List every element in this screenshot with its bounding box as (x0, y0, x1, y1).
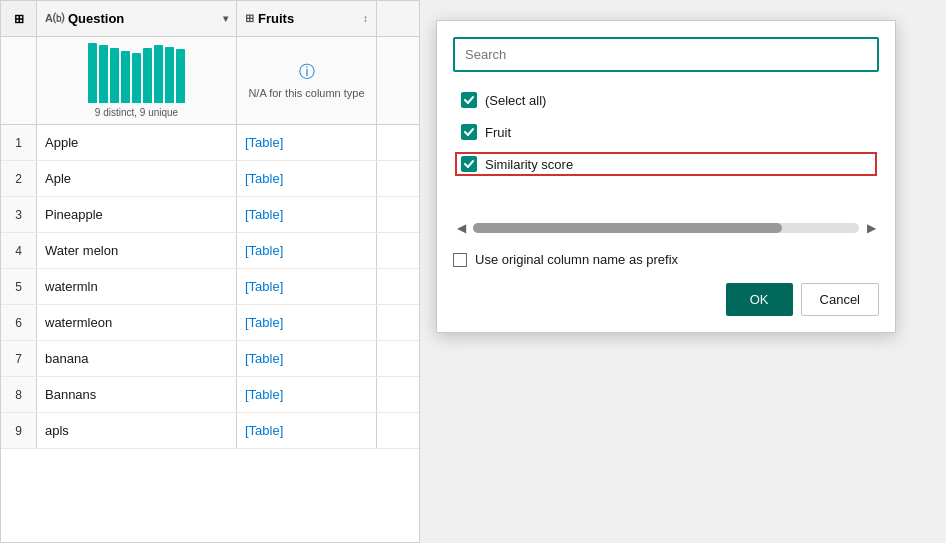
fruits-cell[interactable]: [Table] (237, 341, 377, 376)
table-row: 1 Apple [Table] (1, 125, 419, 161)
question-cell: watermleon (37, 305, 237, 340)
fruits-cell[interactable]: [Table] (237, 161, 377, 196)
checkbox-select-all[interactable]: (Select all) (455, 88, 877, 112)
dialog-buttons: OK Cancel (453, 279, 879, 316)
check-fruit[interactable] (461, 124, 477, 140)
table-link[interactable]: [Table] (245, 387, 283, 402)
bar-6 (143, 48, 152, 103)
bar-5 (132, 53, 141, 103)
bar-9 (176, 49, 185, 103)
table-row: 9 apls [Table] (1, 413, 419, 449)
fruits-cell[interactable]: [Table] (237, 269, 377, 304)
checkbox-list: (Select all) Fruit (453, 84, 879, 204)
fruits-sort-icon[interactable]: ↕ (363, 13, 368, 24)
filter-dialog: (Select all) Fruit (436, 20, 896, 333)
table-link[interactable]: [Table] (245, 207, 283, 222)
question-cell: banana (37, 341, 237, 376)
ok-button[interactable]: OK (726, 283, 793, 316)
scroll-track[interactable] (473, 223, 859, 233)
table-link[interactable]: [Table] (245, 423, 283, 438)
row-num-cell: 5 (1, 269, 37, 304)
table-link[interactable]: [Table] (245, 171, 283, 186)
question-col-name: Question (68, 11, 219, 26)
search-input[interactable] (453, 37, 879, 72)
table-row: 6 watermleon [Table] (1, 305, 419, 341)
question-col-header[interactable]: A⒝ Question ▾ (37, 1, 237, 36)
question-cell: Apple (37, 125, 237, 160)
fruits-col-header[interactable]: ⊞ Fruits ↕ (237, 1, 377, 36)
hist-num-cell (1, 37, 37, 124)
na-text: N/A for this column type (248, 87, 364, 99)
question-dropdown-icon[interactable]: ▾ (223, 13, 228, 24)
fruits-col-name: Fruits (258, 11, 359, 26)
row-num-cell: 7 (1, 341, 37, 376)
table-header: ⊞ A⒝ Question ▾ ⊞ Fruits ↕ (1, 1, 419, 37)
checkbox-similarity[interactable]: Similarity score (455, 152, 877, 176)
hist-q-cell: 9 distinct, 9 unique (37, 37, 237, 124)
question-cell: apls (37, 413, 237, 448)
row-num-cell: 3 (1, 197, 37, 232)
grid-icon: ⊞ (14, 12, 24, 26)
table-row: 7 banana [Table] (1, 341, 419, 377)
check-similarity[interactable] (461, 156, 477, 172)
fruits-cell[interactable]: [Table] (237, 305, 377, 340)
table-area: ⊞ A⒝ Question ▾ ⊞ Fruits ↕ (0, 0, 420, 543)
check-select-all[interactable] (461, 92, 477, 108)
fruits-cell[interactable]: [Table] (237, 197, 377, 232)
bar-2 (99, 45, 108, 103)
table-row: 8 Bannans [Table] (1, 377, 419, 413)
table-row: 2 Aple [Table] (1, 161, 419, 197)
hist-fruits-cell: ⓘ N/A for this column type (237, 37, 377, 124)
bar-1 (88, 43, 97, 103)
label-similarity: Similarity score (485, 157, 573, 172)
row-num-cell: 2 (1, 161, 37, 196)
row-num-header: ⊞ (1, 1, 37, 36)
question-cell: Aple (37, 161, 237, 196)
right-panel: (Select all) Fruit (420, 0, 946, 543)
use-original-row[interactable]: Use original column name as prefix (453, 252, 879, 267)
cancel-button[interactable]: Cancel (801, 283, 879, 316)
histogram-row: 9 distinct, 9 unique ⓘ N/A for this colu… (1, 37, 419, 125)
data-rows: 1 Apple [Table] 2 Aple [Table] 3 Pineapp… (1, 125, 419, 449)
main-container: ⊞ A⒝ Question ▾ ⊞ Fruits ↕ (0, 0, 946, 543)
table-row: 3 Pineapple [Table] (1, 197, 419, 233)
scroll-right-arrow[interactable]: ▶ (863, 220, 879, 236)
table-link[interactable]: [Table] (245, 351, 283, 366)
fruits-cell[interactable]: [Table] (237, 233, 377, 268)
question-cell: watermln (37, 269, 237, 304)
hist-label: 9 distinct, 9 unique (95, 107, 178, 118)
use-original-label: Use original column name as prefix (475, 252, 678, 267)
row-num-cell: 8 (1, 377, 37, 412)
bar-7 (154, 45, 163, 103)
question-cell: Water melon (37, 233, 237, 268)
row-num-cell: 1 (1, 125, 37, 160)
table-row: 4 Water melon [Table] (1, 233, 419, 269)
scrollbar-area: ◀ ▶ (453, 216, 879, 240)
table-link[interactable]: [Table] (245, 279, 283, 294)
fruits-cell[interactable]: [Table] (237, 125, 377, 160)
question-type-icon: A⒝ (45, 11, 64, 26)
row-num-cell: 4 (1, 233, 37, 268)
scroll-left-arrow[interactable]: ◀ (453, 220, 469, 236)
fruits-cell[interactable]: [Table] (237, 377, 377, 412)
table-link[interactable]: [Table] (245, 135, 283, 150)
row-num-cell: 6 (1, 305, 37, 340)
fruits-cell[interactable]: [Table] (237, 413, 377, 448)
table-link[interactable]: [Table] (245, 243, 283, 258)
checkbox-fruit[interactable]: Fruit (455, 120, 877, 144)
bar-3 (110, 48, 119, 103)
table-link[interactable]: [Table] (245, 315, 283, 330)
bar-chart (88, 43, 185, 103)
label-fruit: Fruit (485, 125, 511, 140)
bar-4 (121, 51, 130, 103)
table-row: 5 watermln [Table] (1, 269, 419, 305)
fruits-type-icon: ⊞ (245, 12, 254, 25)
info-icon: ⓘ (299, 62, 315, 83)
question-cell: Pineapple (37, 197, 237, 232)
row-num-cell: 9 (1, 413, 37, 448)
label-select-all: (Select all) (485, 93, 546, 108)
bar-8 (165, 47, 174, 103)
scroll-thumb[interactable] (473, 223, 782, 233)
use-original-checkbox[interactable] (453, 253, 467, 267)
question-cell: Bannans (37, 377, 237, 412)
